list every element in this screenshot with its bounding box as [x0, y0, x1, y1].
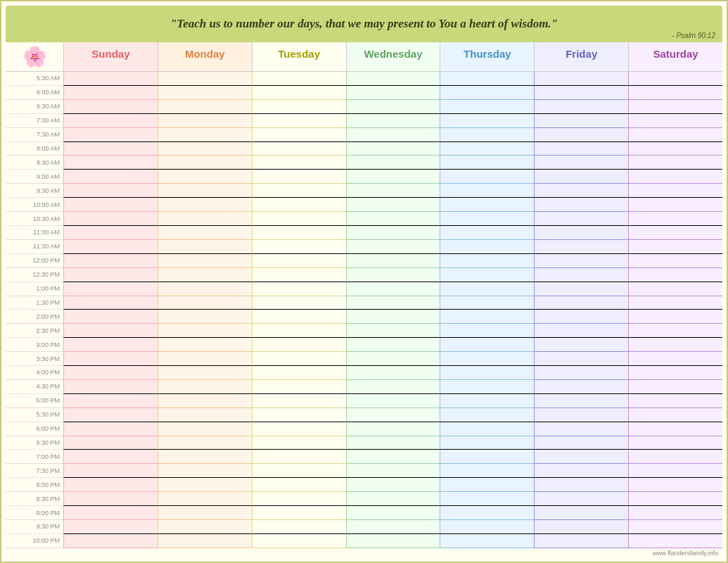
time-cell-sat[interactable]: [628, 226, 722, 240]
time-cell-fri[interactable]: [534, 534, 628, 548]
time-cell-mon[interactable]: [158, 212, 252, 226]
time-cell-fri[interactable]: [534, 520, 628, 534]
time-cell-sat[interactable]: [628, 240, 722, 254]
time-cell-tue[interactable]: [252, 254, 346, 268]
time-cell-tue[interactable]: [252, 114, 346, 128]
time-cell-sat[interactable]: [628, 142, 722, 156]
time-cell-sat[interactable]: [628, 212, 722, 226]
time-cell-wed[interactable]: [346, 86, 440, 100]
time-cell-sat[interactable]: [628, 296, 722, 310]
time-cell-thu[interactable]: [440, 492, 534, 506]
time-cell-fri[interactable]: [534, 226, 628, 240]
time-cell-fri[interactable]: [534, 86, 628, 100]
time-cell-tue[interactable]: [252, 506, 346, 520]
time-cell-wed[interactable]: [346, 408, 440, 422]
time-cell-tue[interactable]: [252, 394, 346, 408]
time-cell-mon[interactable]: [158, 128, 252, 142]
time-cell-sat[interactable]: [628, 436, 722, 450]
time-cell-tue[interactable]: [252, 142, 346, 156]
time-cell-wed[interactable]: [346, 464, 440, 478]
time-cell-wed[interactable]: [346, 492, 440, 506]
time-cell-fri[interactable]: [534, 198, 628, 212]
time-cell-sat[interactable]: [628, 478, 722, 492]
time-cell-tue[interactable]: [252, 212, 346, 226]
time-cell-fri[interactable]: [534, 352, 628, 366]
time-cell-mon[interactable]: [158, 366, 252, 380]
time-cell-fri[interactable]: [534, 338, 628, 352]
time-cell-mon[interactable]: [158, 534, 252, 548]
time-cell-thu[interactable]: [440, 478, 534, 492]
time-cell-mon[interactable]: [158, 324, 252, 338]
time-cell-fri[interactable]: [534, 506, 628, 520]
time-cell-sat[interactable]: [628, 464, 722, 478]
time-cell-wed[interactable]: [346, 520, 440, 534]
time-cell-tue[interactable]: [252, 436, 346, 450]
time-cell-fri[interactable]: [534, 380, 628, 394]
time-cell-fri[interactable]: [534, 478, 628, 492]
time-cell-sat[interactable]: [628, 422, 722, 436]
time-cell-tue[interactable]: [252, 282, 346, 296]
time-cell-sun[interactable]: [63, 338, 158, 352]
time-cell-wed[interactable]: [346, 198, 440, 212]
time-cell-sat[interactable]: [628, 408, 722, 422]
time-cell-thu[interactable]: [440, 86, 534, 100]
time-cell-fri[interactable]: [534, 492, 628, 506]
time-cell-mon[interactable]: [158, 464, 252, 478]
time-cell-sat[interactable]: [628, 86, 722, 100]
time-cell-sun[interactable]: [63, 366, 158, 380]
time-cell-tue[interactable]: [252, 408, 346, 422]
time-cell-wed[interactable]: [346, 268, 440, 282]
time-cell-sun[interactable]: [63, 492, 158, 506]
time-cell-mon[interactable]: [158, 352, 252, 366]
time-cell-mon[interactable]: [158, 142, 252, 156]
time-cell-fri[interactable]: [534, 128, 628, 142]
time-cell-wed[interactable]: [346, 534, 440, 548]
time-cell-sat[interactable]: [628, 394, 722, 408]
time-cell-wed[interactable]: [346, 338, 440, 352]
time-cell-wed[interactable]: [346, 226, 440, 240]
time-cell-mon[interactable]: [158, 184, 252, 198]
time-cell-sat[interactable]: [628, 184, 722, 198]
time-cell-thu[interactable]: [440, 450, 534, 464]
time-cell-mon[interactable]: [158, 394, 252, 408]
time-cell-wed[interactable]: [346, 422, 440, 436]
time-cell-mon[interactable]: [158, 506, 252, 520]
time-cell-sun[interactable]: [63, 114, 158, 128]
time-cell-fri[interactable]: [534, 212, 628, 226]
time-cell-wed[interactable]: [346, 506, 440, 520]
time-cell-sun[interactable]: [63, 86, 158, 100]
time-cell-tue[interactable]: [252, 338, 346, 352]
time-cell-sun[interactable]: [63, 72, 158, 86]
time-cell-sun[interactable]: [63, 198, 158, 212]
time-cell-thu[interactable]: [440, 422, 534, 436]
time-cell-wed[interactable]: [346, 478, 440, 492]
time-cell-tue[interactable]: [252, 100, 346, 114]
time-cell-fri[interactable]: [534, 156, 628, 170]
time-cell-tue[interactable]: [252, 296, 346, 310]
time-cell-thu[interactable]: [440, 184, 534, 198]
time-cell-tue[interactable]: [252, 184, 346, 198]
time-cell-thu[interactable]: [440, 506, 534, 520]
time-cell-sat[interactable]: [628, 72, 722, 86]
time-cell-thu[interactable]: [440, 282, 534, 296]
time-cell-fri[interactable]: [534, 464, 628, 478]
time-cell-sun[interactable]: [63, 268, 158, 282]
time-cell-mon[interactable]: [158, 156, 252, 170]
time-cell-thu[interactable]: [440, 338, 534, 352]
time-cell-sat[interactable]: [628, 324, 722, 338]
time-cell-sun[interactable]: [63, 240, 158, 254]
time-cell-fri[interactable]: [534, 324, 628, 338]
time-cell-tue[interactable]: [252, 268, 346, 282]
time-cell-thu[interactable]: [440, 114, 534, 128]
time-cell-wed[interactable]: [346, 380, 440, 394]
time-cell-fri[interactable]: [534, 422, 628, 436]
time-cell-wed[interactable]: [346, 394, 440, 408]
time-cell-fri[interactable]: [534, 268, 628, 282]
time-cell-tue[interactable]: [252, 198, 346, 212]
time-cell-thu[interactable]: [440, 296, 534, 310]
time-cell-tue[interactable]: [252, 324, 346, 338]
time-cell-mon[interactable]: [158, 198, 252, 212]
time-cell-sat[interactable]: [628, 492, 722, 506]
time-cell-sat[interactable]: [628, 352, 722, 366]
time-cell-fri[interactable]: [534, 436, 628, 450]
